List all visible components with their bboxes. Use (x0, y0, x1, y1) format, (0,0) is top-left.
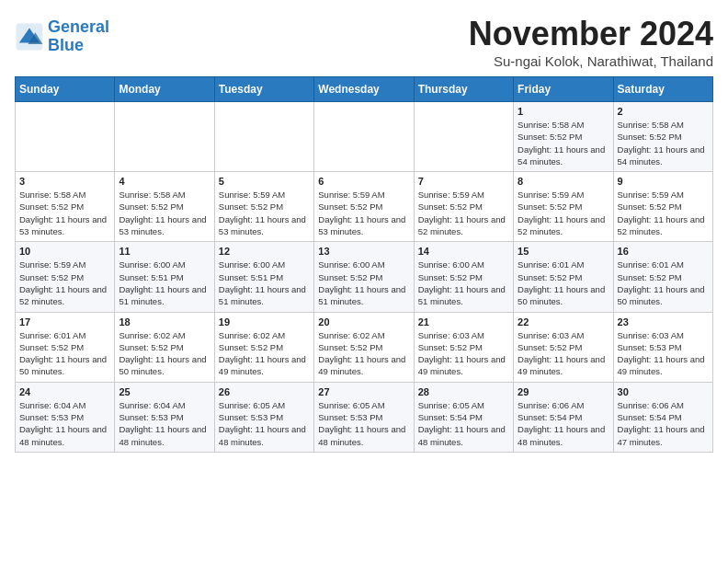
calendar-cell: 8Sunrise: 5:59 AMSunset: 5:52 PMDaylight… (514, 172, 613, 242)
logo-general: General (48, 17, 109, 36)
day-number: 28 (418, 386, 509, 397)
calendar-cell: 29Sunrise: 6:06 AMSunset: 5:54 PMDayligh… (514, 382, 613, 452)
day-info: Sunrise: 5:58 AMSunset: 5:52 PMDaylight:… (618, 119, 709, 167)
weekday-header: Sunday (16, 77, 115, 102)
title-block: November 2024 Su-ngai Kolok, Narathiwat,… (469, 15, 713, 69)
day-info: Sunrise: 6:01 AMSunset: 5:52 PMDaylight:… (618, 259, 709, 307)
calendar-cell: 1Sunrise: 5:58 AMSunset: 5:52 PMDaylight… (514, 102, 613, 172)
calendar-cell: 7Sunrise: 5:59 AMSunset: 5:52 PMDaylight… (414, 172, 513, 242)
location: Su-ngai Kolok, Narathiwat, Thailand (469, 53, 713, 69)
calendar-cell: 16Sunrise: 6:01 AMSunset: 5:52 PMDayligh… (613, 242, 712, 312)
calendar-cell: 22Sunrise: 6:03 AMSunset: 5:52 PMDayligh… (514, 312, 613, 382)
day-info: Sunrise: 5:59 AMSunset: 5:52 PMDaylight:… (518, 189, 609, 237)
calendar-cell: 4Sunrise: 5:58 AMSunset: 5:52 PMDaylight… (115, 172, 214, 242)
calendar-cell: 13Sunrise: 6:00 AMSunset: 5:52 PMDayligh… (314, 242, 414, 312)
page-header: General Blue November 2024 Su-ngai Kolok… (15, 15, 713, 69)
weekday-header: Thursday (414, 77, 513, 102)
day-info: Sunrise: 6:01 AMSunset: 5:52 PMDaylight:… (19, 329, 110, 378)
day-number: 1 (518, 106, 609, 117)
logo-blue: Blue (48, 36, 84, 54)
day-info: Sunrise: 6:00 AMSunset: 5:52 PMDaylight:… (318, 259, 409, 307)
calendar-table: SundayMondayTuesdayWednesdayThursdayFrid… (15, 76, 713, 453)
calendar-cell: 21Sunrise: 6:03 AMSunset: 5:52 PMDayligh… (414, 312, 513, 382)
day-info: Sunrise: 6:02 AMSunset: 5:52 PMDaylight:… (119, 329, 210, 378)
day-number: 26 (219, 386, 310, 397)
logo: General Blue (15, 18, 109, 55)
day-info: Sunrise: 6:06 AMSunset: 5:54 PMDaylight:… (518, 399, 609, 448)
day-number: 12 (219, 246, 310, 257)
day-number: 2 (618, 106, 709, 117)
calendar-cell: 12Sunrise: 6:00 AMSunset: 5:51 PMDayligh… (214, 242, 313, 312)
day-number: 17 (19, 316, 110, 327)
calendar-cell: 23Sunrise: 6:03 AMSunset: 5:53 PMDayligh… (613, 312, 712, 382)
day-info: Sunrise: 5:58 AMSunset: 5:52 PMDaylight:… (119, 189, 210, 237)
calendar-cell: 17Sunrise: 6:01 AMSunset: 5:52 PMDayligh… (16, 312, 115, 382)
calendar-cell: 18Sunrise: 6:02 AMSunset: 5:52 PMDayligh… (115, 312, 214, 382)
day-number: 22 (518, 316, 609, 327)
calendar-cell: 19Sunrise: 6:02 AMSunset: 5:52 PMDayligh… (214, 312, 313, 382)
weekday-header: Tuesday (214, 77, 313, 102)
day-info: Sunrise: 6:05 AMSunset: 5:53 PMDaylight:… (318, 399, 409, 448)
calendar-cell: 6Sunrise: 5:59 AMSunset: 5:52 PMDaylight… (314, 172, 414, 242)
day-info: Sunrise: 6:06 AMSunset: 5:54 PMDaylight:… (618, 399, 709, 448)
calendar-cell (414, 102, 513, 172)
calendar-cell: 20Sunrise: 6:02 AMSunset: 5:52 PMDayligh… (314, 312, 414, 382)
day-info: Sunrise: 6:03 AMSunset: 5:52 PMDaylight:… (418, 329, 509, 378)
calendar-cell: 28Sunrise: 6:05 AMSunset: 5:54 PMDayligh… (414, 382, 513, 452)
day-info: Sunrise: 5:59 AMSunset: 5:52 PMDaylight:… (19, 259, 110, 307)
day-number: 18 (119, 316, 210, 327)
day-info: Sunrise: 6:02 AMSunset: 5:52 PMDaylight:… (318, 329, 409, 378)
day-number: 8 (518, 176, 609, 187)
calendar-cell (115, 102, 214, 172)
calendar-week-row: 1Sunrise: 5:58 AMSunset: 5:52 PMDaylight… (16, 102, 713, 172)
day-info: Sunrise: 5:59 AMSunset: 5:52 PMDaylight:… (418, 189, 509, 237)
calendar-cell: 10Sunrise: 5:59 AMSunset: 5:52 PMDayligh… (16, 242, 115, 312)
day-number: 9 (618, 176, 709, 187)
calendar-cell (16, 102, 115, 172)
day-info: Sunrise: 5:59 AMSunset: 5:52 PMDaylight:… (318, 189, 409, 237)
day-number: 21 (418, 316, 509, 327)
day-number: 23 (618, 316, 709, 327)
day-number: 27 (318, 386, 409, 397)
calendar-header-row: SundayMondayTuesdayWednesdayThursdayFrid… (16, 77, 713, 102)
logo-icon (15, 22, 44, 52)
day-number: 14 (418, 246, 509, 257)
day-number: 15 (518, 246, 609, 257)
calendar-week-row: 3Sunrise: 5:58 AMSunset: 5:52 PMDaylight… (16, 172, 713, 242)
day-number: 3 (19, 176, 110, 187)
day-info: Sunrise: 5:58 AMSunset: 5:52 PMDaylight:… (19, 189, 110, 237)
day-info: Sunrise: 6:00 AMSunset: 5:52 PMDaylight:… (418, 259, 509, 307)
day-info: Sunrise: 6:04 AMSunset: 5:53 PMDaylight:… (119, 399, 210, 448)
day-number: 24 (19, 386, 110, 397)
day-number: 25 (119, 386, 210, 397)
day-info: Sunrise: 6:01 AMSunset: 5:52 PMDaylight:… (518, 259, 609, 307)
calendar-cell: 25Sunrise: 6:04 AMSunset: 5:53 PMDayligh… (115, 382, 214, 452)
day-number: 6 (318, 176, 409, 187)
calendar-week-row: 24Sunrise: 6:04 AMSunset: 5:53 PMDayligh… (16, 382, 713, 452)
calendar-week-row: 10Sunrise: 5:59 AMSunset: 5:52 PMDayligh… (16, 242, 713, 312)
calendar-cell: 2Sunrise: 5:58 AMSunset: 5:52 PMDaylight… (613, 102, 712, 172)
day-number: 30 (618, 386, 709, 397)
day-number: 5 (219, 176, 310, 187)
calendar-cell: 14Sunrise: 6:00 AMSunset: 5:52 PMDayligh… (414, 242, 513, 312)
month-title: November 2024 (469, 15, 713, 53)
day-info: Sunrise: 6:03 AMSunset: 5:52 PMDaylight:… (518, 329, 609, 378)
day-number: 11 (119, 246, 210, 257)
day-info: Sunrise: 6:03 AMSunset: 5:53 PMDaylight:… (618, 329, 709, 378)
day-number: 20 (318, 316, 409, 327)
calendar-cell: 9Sunrise: 5:59 AMSunset: 5:52 PMDaylight… (613, 172, 712, 242)
calendar-cell: 11Sunrise: 6:00 AMSunset: 5:51 PMDayligh… (115, 242, 214, 312)
calendar-cell: 26Sunrise: 6:05 AMSunset: 5:53 PMDayligh… (214, 382, 313, 452)
calendar-week-row: 17Sunrise: 6:01 AMSunset: 5:52 PMDayligh… (16, 312, 713, 382)
calendar-cell (314, 102, 414, 172)
weekday-header: Saturday (613, 77, 712, 102)
calendar-cell: 15Sunrise: 6:01 AMSunset: 5:52 PMDayligh… (514, 242, 613, 312)
calendar-cell: 5Sunrise: 5:59 AMSunset: 5:52 PMDaylight… (214, 172, 313, 242)
calendar-cell: 30Sunrise: 6:06 AMSunset: 5:54 PMDayligh… (613, 382, 712, 452)
weekday-header: Monday (115, 77, 214, 102)
weekday-header: Wednesday (314, 77, 414, 102)
day-info: Sunrise: 5:59 AMSunset: 5:52 PMDaylight:… (618, 189, 709, 237)
day-info: Sunrise: 6:00 AMSunset: 5:51 PMDaylight:… (219, 259, 310, 307)
day-info: Sunrise: 6:00 AMSunset: 5:51 PMDaylight:… (119, 259, 210, 307)
day-number: 7 (418, 176, 509, 187)
